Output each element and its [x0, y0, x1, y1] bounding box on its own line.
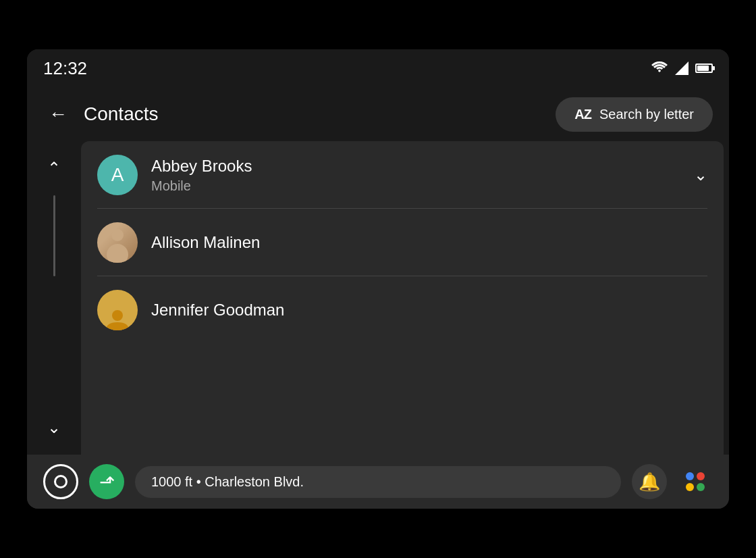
avatar-abbey-brooks: A [97, 155, 138, 195]
dot-blue [686, 472, 694, 480]
header: ← Contacts AZ Search by letter [27, 87, 729, 141]
contact-item-allison-malinen[interactable]: Allison Malinen [81, 209, 724, 276]
avatar-allison-malinen [97, 222, 138, 263]
contact-info-allison-malinen: Allison Malinen [138, 233, 707, 252]
battery-fill [697, 66, 709, 71]
dot-red [697, 472, 705, 480]
home-button[interactable] [43, 464, 78, 499]
main-content: ← Contacts AZ Search by letter ⌃ ⌄ [27, 87, 729, 455]
chevron-down-icon: ⌄ [47, 420, 61, 436]
contact-info-jennifer-goodman: Jennifer Goodman [138, 301, 707, 320]
scroll-indicator [53, 195, 55, 276]
back-button[interactable]: ← [43, 99, 73, 129]
az-icon: AZ [574, 107, 591, 122]
status-bar: 12:32 [27, 49, 729, 87]
search-by-letter-button[interactable]: AZ Search by letter [556, 97, 713, 132]
contact-type-abbey-brooks: Mobile [151, 178, 694, 194]
svg-marker-0 [675, 61, 688, 75]
status-icons [651, 61, 713, 75]
android-auto-screen: 12:32 ← Contacts AZ Search b [27, 49, 729, 509]
contact-info-abbey-brooks: Abbey Brooks Mobile [138, 157, 694, 194]
signal-icon [675, 61, 688, 75]
svg-point-1 [112, 310, 123, 321]
chevron-up-icon: ⌃ [47, 160, 61, 176]
page-title: Contacts [84, 103, 545, 125]
navigation-direction-button[interactable]: ⬏ [89, 464, 124, 499]
google-assistant-button[interactable] [678, 464, 713, 499]
nav-info-text: 1000 ft • Charleston Blvd. [151, 474, 304, 490]
contact-area: ⌃ ⌄ A Abbey Brooks Mobile ⌄ [27, 141, 729, 455]
wifi-icon [651, 61, 668, 75]
dot-yellow [686, 483, 694, 491]
home-inner-circle [54, 475, 68, 488]
contact-name-jennifer-goodman: Jennifer Goodman [151, 301, 707, 320]
contact-item-jennifer-goodman[interactable]: Jennifer Goodman [81, 276, 724, 344]
scroll-controls: ⌃ ⌄ [27, 141, 81, 455]
status-time: 12:32 [43, 58, 87, 79]
notification-bell-button[interactable]: 🔔 [632, 464, 667, 499]
turn-right-icon: ⬏ [99, 471, 115, 493]
nav-info-bar: 1000 ft • Charleston Blvd. [135, 466, 621, 498]
back-arrow-icon: ← [49, 105, 68, 124]
avatar-jennifer-goodman [97, 290, 138, 330]
contact-item-abbey-brooks[interactable]: A Abbey Brooks Mobile ⌄ [81, 141, 724, 209]
bottom-nav: ⬏ 1000 ft • Charleston Blvd. 🔔 [27, 455, 729, 509]
dot-green [697, 483, 705, 491]
contact-list: A Abbey Brooks Mobile ⌄ Allison Malinen [81, 141, 724, 455]
scroll-down-button[interactable]: ⌄ [38, 411, 70, 444]
contact-name-allison-malinen: Allison Malinen [151, 233, 707, 252]
battery-icon [695, 64, 713, 73]
contact-name-abbey-brooks: Abbey Brooks [151, 157, 694, 176]
google-dots [686, 472, 705, 491]
expand-chevron-icon: ⌄ [694, 166, 707, 184]
bell-icon: 🔔 [639, 472, 660, 492]
scroll-up-button[interactable]: ⌃ [38, 152, 70, 184]
search-by-letter-text: Search by letter [599, 107, 694, 122]
